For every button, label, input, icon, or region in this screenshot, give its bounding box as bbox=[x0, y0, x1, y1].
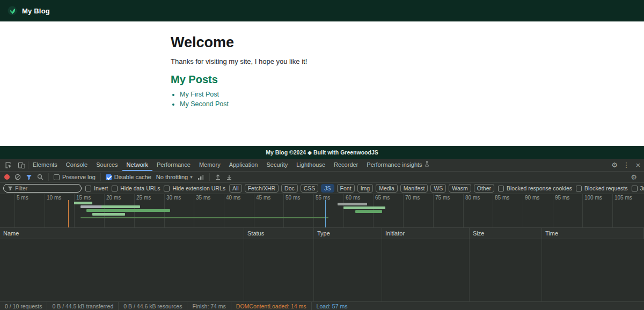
tab-network[interactable]: Network bbox=[122, 159, 152, 171]
device-toolbar-icon[interactable] bbox=[15, 159, 28, 171]
chip-css[interactable]: CSS bbox=[301, 184, 319, 193]
experiment-flask-icon bbox=[425, 161, 429, 168]
chip-ws[interactable]: WS bbox=[430, 184, 446, 193]
timeline-gridline bbox=[14, 194, 15, 227]
inspect-element-icon[interactable] bbox=[2, 159, 15, 171]
blocked-response-cookies-checkbox[interactable]: Blocked response cookies bbox=[498, 185, 572, 191]
timeline-tick-label: 15 ms bbox=[76, 195, 91, 201]
timeline-tick-label: 25 ms bbox=[136, 195, 151, 201]
tab-label: Lighthouse bbox=[296, 161, 325, 168]
footer-text: My Blog ©2024 ◆ Built with GreenwoodJS bbox=[266, 149, 378, 156]
export-har-icon[interactable] bbox=[226, 174, 232, 180]
hide-extension-urls-checkbox[interactable]: Hide extension URLs bbox=[164, 185, 225, 191]
tab-security[interactable]: Security bbox=[262, 159, 292, 171]
site-content: Welcome Thanks for visiting my site, I h… bbox=[0, 21, 644, 146]
waterfall-bar bbox=[343, 206, 385, 209]
tab-recorder[interactable]: Recorder bbox=[330, 159, 362, 171]
timeline-tick-label: 105 ms bbox=[614, 195, 632, 201]
status-item-2: 0 B / 44.5 kB transferred bbox=[47, 302, 119, 310]
status-item-4: Finish: 74 ms bbox=[187, 302, 231, 310]
chip-other[interactable]: Other bbox=[474, 184, 494, 193]
column-header-size[interactable]: Size bbox=[470, 228, 542, 239]
filter-input-pill bbox=[3, 184, 82, 193]
tab-performance-insights[interactable]: Performance insights bbox=[362, 159, 433, 171]
chip-manifest[interactable]: Manifest bbox=[400, 184, 428, 193]
clear-network-log-icon[interactable] bbox=[14, 174, 21, 180]
timeline-tick-label: 60 ms bbox=[346, 195, 360, 201]
timeline-tick-label: 40 ms bbox=[226, 195, 240, 201]
column-header-time[interactable]: Time bbox=[542, 228, 644, 239]
third-party-requests-checkbox[interactable]: 3rd-party requests bbox=[632, 185, 644, 191]
timeline-tick-label: 65 ms bbox=[375, 195, 390, 201]
chip-js[interactable]: JS bbox=[321, 184, 334, 193]
invert-checkbox[interactable]: Invert bbox=[85, 185, 108, 191]
search-icon[interactable] bbox=[37, 174, 43, 180]
throttling-value: No throttling bbox=[156, 174, 188, 180]
blocked-requests-checkbox[interactable]: Blocked requests bbox=[576, 185, 628, 191]
network-conditions-icon[interactable] bbox=[197, 174, 204, 180]
chip-media[interactable]: Media bbox=[376, 184, 398, 193]
status-item-3: 0 B / 44.6 kB resources bbox=[119, 302, 187, 310]
disable-cache-checkbox[interactable]: Disable cache bbox=[106, 174, 151, 180]
waterfall-bar bbox=[86, 209, 170, 212]
timeline-gridline bbox=[403, 194, 404, 227]
status-item-6: Load: 57 ms bbox=[312, 302, 353, 310]
requests-table-header: NameStatusTypeInitiatorSizeTime bbox=[0, 228, 644, 239]
timeline-gridline bbox=[74, 194, 75, 227]
tab-label: Performance bbox=[157, 161, 191, 168]
timeline-tick-label: 55 ms bbox=[316, 195, 330, 201]
column-divider bbox=[469, 239, 470, 301]
greenwood-logo-icon[interactable] bbox=[8, 6, 17, 16]
requests-table-body[interactable] bbox=[0, 239, 644, 302]
timeline-gridline bbox=[493, 194, 493, 227]
column-header-type[interactable]: Type bbox=[314, 228, 382, 239]
timeline-gridline bbox=[463, 194, 464, 227]
divider bbox=[48, 173, 49, 181]
devtools-close-icon[interactable]: × bbox=[632, 159, 644, 171]
chip-font[interactable]: Font bbox=[337, 184, 355, 193]
throttling-select[interactable]: No throttling ▾ bbox=[156, 174, 193, 180]
load-event-line bbox=[325, 200, 326, 227]
hide-extension-urls-label: Hide extension URLs bbox=[172, 185, 225, 191]
chip-doc[interactable]: Doc bbox=[281, 184, 298, 193]
devtools-more-menu-icon[interactable]: ⋮ bbox=[620, 159, 632, 171]
tab-memory[interactable]: Memory bbox=[195, 159, 225, 171]
waterfall-bar bbox=[92, 213, 125, 216]
timeline-gridline bbox=[45, 194, 45, 227]
timeline-tick-label: 95 ms bbox=[555, 195, 569, 201]
import-har-icon[interactable] bbox=[215, 174, 221, 180]
divider bbox=[209, 173, 210, 181]
devtools-tab-strip: ElementsConsoleSourcesNetworkPerformance… bbox=[0, 159, 644, 172]
timeline-tick-label: 35 ms bbox=[196, 195, 210, 201]
preserve-log-checkbox[interactable]: Preserve log bbox=[54, 174, 96, 180]
column-header-name[interactable]: Name bbox=[0, 228, 244, 239]
network-settings-icon[interactable]: ⚙ bbox=[628, 173, 640, 181]
column-header-initiator[interactable]: Initiator bbox=[382, 228, 470, 239]
chip-wasm[interactable]: Wasm bbox=[449, 184, 471, 193]
invert-label: Invert bbox=[94, 185, 108, 191]
devtools-settings-icon[interactable]: ⚙ bbox=[609, 159, 620, 171]
timeline-gridline bbox=[224, 194, 224, 227]
timeline-tick-label: 85 ms bbox=[495, 195, 509, 201]
tab-application[interactable]: Application bbox=[225, 159, 262, 171]
devtools-panel: ElementsConsoleSourcesNetworkPerformance… bbox=[0, 159, 644, 310]
record-network-log-button[interactable] bbox=[4, 174, 10, 180]
column-header-status[interactable]: Status bbox=[244, 228, 314, 239]
chip-img[interactable]: Img bbox=[357, 184, 374, 193]
timeline-tick-label: 75 ms bbox=[435, 195, 450, 201]
waterfall-bar bbox=[80, 217, 328, 218]
tab-performance[interactable]: Performance bbox=[152, 159, 195, 171]
network-overview-timeline[interactable]: 5 ms10 ms15 ms20 ms25 ms30 ms35 ms40 ms4… bbox=[0, 194, 644, 228]
tab-elements[interactable]: Elements bbox=[28, 159, 62, 171]
filter-toggle-icon[interactable] bbox=[26, 174, 32, 180]
tab-console[interactable]: Console bbox=[62, 159, 92, 171]
filter-input[interactable] bbox=[15, 185, 69, 191]
chip-fetch-xhr[interactable]: Fetch/XHR bbox=[245, 184, 279, 193]
chip-all[interactable]: All bbox=[229, 184, 242, 193]
hide-data-urls-checkbox[interactable]: Hide data URLs bbox=[112, 185, 160, 191]
post-link-1[interactable]: My First Post bbox=[180, 91, 219, 98]
waterfall-bar bbox=[80, 205, 104, 208]
tab-sources[interactable]: Sources bbox=[92, 159, 122, 171]
tab-lighthouse[interactable]: Lighthouse bbox=[292, 159, 330, 171]
post-link-2[interactable]: My Second Post bbox=[180, 100, 229, 108]
